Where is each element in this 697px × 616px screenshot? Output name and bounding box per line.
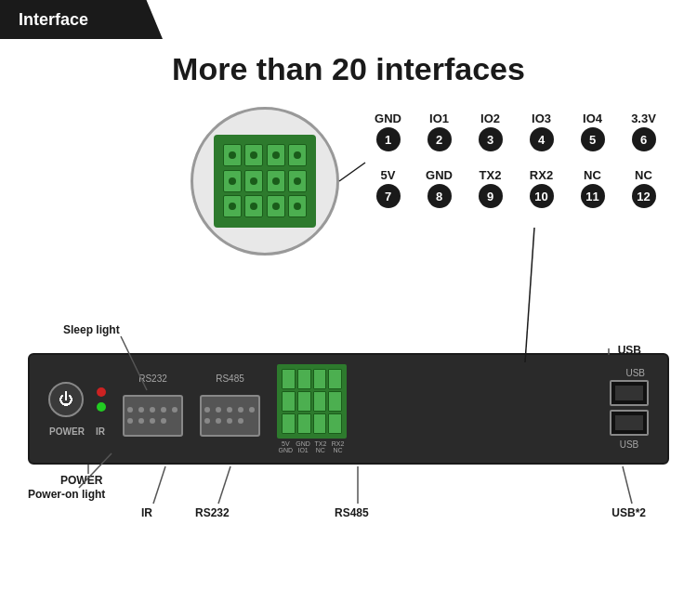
serial-pin: [150, 407, 155, 413]
terminal-block: [277, 364, 347, 439]
svg-line-3: [153, 466, 165, 504]
usb-section: USB USB: [610, 368, 649, 450]
pin-cell: [267, 195, 285, 217]
green-terminal-connector: [214, 135, 316, 228]
terminal-pin: [328, 369, 342, 389]
serial-pin: [238, 407, 243, 413]
pin-cell: [244, 195, 263, 217]
terminal-pin: [297, 413, 311, 434]
terminal-pin: [313, 369, 327, 389]
svg-line-4: [218, 466, 230, 504]
serial-pin: [150, 418, 155, 424]
device-body: POWER IR RS232 RS485: [28, 353, 669, 465]
pin-io4-5: IO4 5: [567, 111, 618, 151]
terminal-pin: [313, 413, 327, 434]
usb-port-inner: [615, 386, 643, 400]
serial-pin: [138, 418, 144, 424]
usb-port-label-top: USB: [618, 344, 641, 357]
annotation-lines: [0, 0, 697, 616]
serial-pin: [238, 418, 243, 424]
terminal-row-label: RX2: [329, 440, 347, 447]
usb-bottom-label: USB: [620, 439, 639, 450]
pin-gnd-8: GND 8: [414, 168, 465, 208]
terminal-row-label: TX2: [312, 440, 330, 447]
rs232-top-label: RS232: [138, 374, 167, 384]
terminal-pin: [313, 391, 327, 412]
annotation-power: POWER: [60, 474, 102, 487]
serial-pin: [161, 407, 166, 413]
terminal-pin: [328, 413, 342, 434]
usb-port-inner: [615, 415, 643, 430]
terminal-pin: [282, 391, 296, 412]
rs232-port: [123, 395, 183, 437]
pin-cell: [288, 195, 307, 217]
serial-pin: [138, 407, 144, 413]
terminal-pin: [282, 413, 296, 434]
svg-line-9: [525, 228, 534, 362]
terminal-row-label2: NC: [329, 447, 347, 453]
terminal-row-label2: IO1: [295, 447, 312, 453]
ir-label-device: IR: [96, 426, 105, 437]
led-group: [97, 387, 106, 412]
serial-pin: [172, 407, 178, 413]
interface-tab: Interface: [0, 0, 163, 39]
rs485-port: [200, 395, 260, 437]
pin-5v-7: 5V 7: [362, 168, 414, 208]
pin-3v3-6: 3.3V 6: [618, 111, 669, 151]
serial-pin: [227, 407, 232, 413]
pin-cell: [223, 144, 242, 166]
annotation-rs485: RS485: [335, 506, 369, 519]
connector-diagram: [191, 107, 339, 256]
serial-pin: [249, 407, 255, 413]
rs232-section: RS232: [123, 381, 183, 437]
pin-rx2-10: RX2 10: [516, 168, 567, 208]
usb-group: [610, 380, 649, 436]
annotation-sleep-light: Sleep light: [63, 323, 120, 336]
usb-port-1: [610, 380, 649, 406]
power-button[interactable]: [48, 382, 84, 417]
rs485-section: RS485: [200, 381, 260, 437]
pin-cell: [223, 170, 242, 192]
pin-cell: [288, 170, 307, 192]
pin-cell: [223, 195, 242, 217]
annotation-ir: IR: [141, 506, 152, 519]
pin-nc-12: NC 12: [618, 168, 669, 208]
terminal-row-label: 5V: [277, 440, 295, 447]
tab-label: Interface: [19, 10, 88, 30]
power-section: POWER IR: [48, 382, 106, 437]
pin-cell: [288, 144, 307, 166]
terminal-pin: [282, 369, 296, 389]
svg-line-6: [623, 466, 632, 504]
usb-top-label: USB: [625, 368, 645, 378]
terminal-pin: [328, 391, 342, 412]
annotation-rs232: RS232: [195, 506, 230, 519]
serial-pin: [227, 418, 232, 424]
led-red: [97, 387, 106, 397]
pin-io3-4: IO3 4: [516, 111, 567, 151]
pin-tx2-9: TX2 9: [465, 168, 516, 208]
svg-line-8: [339, 163, 365, 181]
serial-pin: [216, 418, 221, 424]
usb-port-2: [610, 410, 649, 436]
terminal-row-label: GND: [295, 440, 312, 447]
pin-io1-2: IO1 2: [414, 111, 465, 151]
terminal-section: 5V GND TX2 RX2 GND IO1 NC NC: [277, 364, 347, 453]
annotation-power-on-light: Power-on light: [28, 488, 105, 501]
pin-cell: [244, 170, 263, 192]
pin-nc-11: NC 11: [567, 168, 618, 208]
terminal-row-label2: GND: [277, 447, 295, 453]
annotation-usb: USB*2: [612, 506, 646, 519]
serial-pin: [204, 418, 210, 424]
pin-cell: [267, 170, 285, 192]
page-title: More than 20 interfaces: [0, 51, 697, 87]
led-green: [97, 402, 106, 412]
serial-pin: [161, 418, 166, 424]
terminal-pin: [297, 369, 311, 389]
terminal-row-label2: NC: [312, 447, 330, 453]
pin-gnd-1: GND 1: [362, 111, 414, 151]
pin-cell: [244, 144, 263, 166]
pin-cell: [267, 144, 285, 166]
rs485-top-label: RS485: [216, 374, 244, 384]
serial-pin: [204, 407, 210, 413]
serial-pin: [216, 407, 221, 413]
